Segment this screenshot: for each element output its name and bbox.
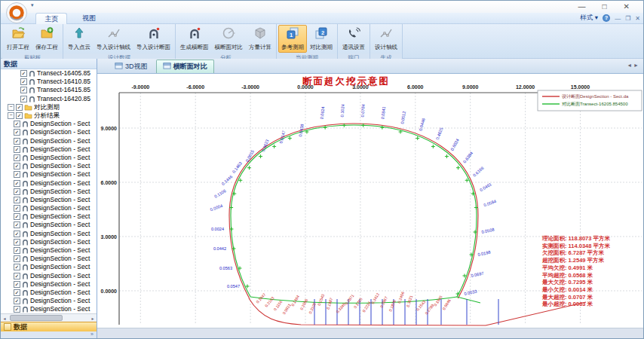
data-panel-bottom-tab[interactable]: 数据 [1, 322, 97, 331]
tree-checkbox[interactable]: ✓ [14, 247, 20, 254]
tree-item-section[interactable]: ✓DesignSection - Sect [1, 128, 97, 136]
ribbon-button-volume-calc[interactable]: 方量计算 [246, 25, 274, 53]
tree-checkbox[interactable]: ✓ [14, 306, 20, 313]
tree-checkbox[interactable]: ✓ [14, 289, 20, 296]
tree-item-section[interactable]: ✓DesignSection - Sect [1, 289, 97, 297]
tree-item-folder[interactable]: −✓分析结果 [1, 111, 97, 120]
tree-checkbox[interactable]: ✓ [14, 264, 20, 270]
tree-item-section[interactable]: ✓DesignSection - Sect [1, 196, 97, 204]
ribbon-button-import-point-cloud[interactable]: 导入点云 [65, 25, 94, 53]
expand-collapse-icon[interactable]: − [8, 104, 14, 111]
tree-checkbox[interactable]: ✓ [16, 112, 23, 119]
tree-item-section[interactable]: ✓DesignSection - Sect [1, 170, 97, 179]
tree-item-section[interactable]: ✓DesignSection - Sect [1, 272, 97, 280]
tree-item-section[interactable]: ✓DesignSection - Sect [1, 179, 97, 187]
tree-item-section[interactable]: ✓DesignSection - Sect [1, 230, 97, 238]
next-tab-arrow-icon[interactable]: ► [633, 63, 640, 68]
tree-checkbox[interactable]: ✓ [14, 163, 20, 170]
tree-checkbox[interactable]: ✓ [14, 255, 20, 262]
ribbon-button-cross-section-compare[interactable]: 横断面对比 [212, 25, 247, 53]
tree-checkbox[interactable]: ✓ [14, 205, 20, 212]
section-arch-icon [22, 171, 29, 178]
tree-item-section[interactable]: ✓DesignSection - Sect [1, 188, 97, 196]
tree-item-section[interactable]: ✓DesignSection - Sect [1, 137, 97, 145]
ribbon-button-generate-cross-section[interactable]: 生成横断面 [177, 25, 212, 53]
tree-checkbox[interactable]: ✓ [14, 239, 20, 246]
tree-checkbox[interactable]: ✓ [14, 273, 20, 279]
tree-item-transect[interactable]: ✓Transect-16415.85 [1, 86, 97, 94]
tree-item-section[interactable]: ✓DesignSection - Sect [1, 255, 97, 263]
tree-checkbox[interactable]: ✓ [14, 146, 20, 153]
tree-checkbox[interactable]: ✓ [14, 221, 20, 228]
prev-tab-arrow-icon[interactable]: ◄ [627, 63, 633, 68]
tree-item-section[interactable]: ✓DesignSection - Sect [1, 305, 97, 313]
tree-checkbox[interactable]: ✓ [14, 138, 20, 145]
panel-overflow-chevron[interactable]: » [1, 331, 97, 338]
tree-item-section[interactable]: ✓DesignSection - Sect [1, 280, 97, 289]
tree-checkbox[interactable]: ✓ [20, 87, 27, 93]
tree-checkbox[interactable]: ✓ [14, 188, 20, 195]
tree-checkbox[interactable]: ✓ [14, 213, 20, 220]
minimize-button[interactable]: — [578, 1, 586, 13]
tree-checkbox[interactable]: ✓ [14, 171, 20, 178]
tree-checkbox[interactable]: ✓ [14, 129, 20, 136]
tree-checkbox[interactable]: ✓ [20, 70, 27, 77]
style-dropdown[interactable]: 样式 ▾ [580, 14, 598, 23]
quick-access-caret[interactable]: ▾ [31, 2, 34, 8]
cross-section-chart-area[interactable]: 断面超欠挖示意图 -9.0000-6.0000-3.00000.00003.00… [97, 74, 643, 329]
ribbon-tab-view[interactable]: 视图 [74, 13, 104, 23]
ribbon-button-open-project[interactable]: 打开工程 [4, 25, 32, 53]
tree-item-transect[interactable]: ✓Transect-16420.85 [1, 95, 97, 103]
tree-item-section[interactable]: ✓DesignSection - Sect [1, 238, 97, 246]
view-tab-1[interactable]: 横断面对比 [156, 60, 214, 73]
ribbon-button-import-design-axis[interactable]: 导入设计轴线 [94, 25, 133, 53]
help-icon[interactable]: ? [603, 14, 610, 22]
tree-item-folder[interactable]: −✓对比测期 [1, 103, 97, 111]
ribbon-minimize-button[interactable]: — [615, 15, 621, 22]
tree-item-section[interactable]: ✓DesignSection - Sect [1, 145, 97, 154]
tree-checkbox[interactable]: ✓ [16, 104, 23, 111]
tree-checkbox[interactable]: ✓ [20, 78, 27, 85]
tree-item-section[interactable]: ✓DesignSection - Sect [1, 246, 97, 255]
tree-item-transect[interactable]: ✓Transect-16405.85 [1, 69, 97, 78]
tree-item-section[interactable]: ✓DesignSection - Sect [1, 162, 97, 170]
scroll-left-arrow-icon[interactable]: ◂ [1, 316, 8, 321]
tree-checkbox[interactable]: ✓ [14, 298, 20, 304]
ribbon-button-design-axis[interactable]: 设计轴线 [372, 25, 400, 53]
tree-item-section[interactable]: ✓DesignSection - Sect [1, 221, 97, 229]
ribbon-restore-button[interactable]: ❐ [625, 15, 630, 22]
tree-checkbox[interactable]: ✓ [20, 96, 27, 102]
tree-item-section[interactable]: ✓DesignSection - Sect [1, 212, 97, 221]
tab-nav-arrows[interactable]: ◄► [627, 63, 640, 68]
ribbon-close-button[interactable]: ✕ [635, 15, 640, 22]
scroll-right-arrow-icon[interactable]: ▸ [89, 316, 97, 321]
tree-item-label: DesignSection - Sect [30, 289, 90, 297]
ribbon-tab-home[interactable]: 主页 [35, 13, 67, 24]
tree-item-section[interactable]: ✓DesignSection - Sect [1, 297, 97, 305]
scrollbar-thumb[interactable] [10, 315, 63, 321]
tree-checkbox[interactable]: ✓ [14, 154, 20, 161]
tree-checkbox[interactable]: ✓ [14, 231, 20, 237]
tree-checkbox[interactable]: ✓ [14, 180, 20, 187]
close-button[interactable]: ✕ [624, 1, 630, 13]
tree-item-transect[interactable]: ✓Transect-16410.85 [1, 78, 97, 86]
measure-point-marker [324, 126, 327, 130]
ribbon-button-save-project[interactable]: 保存工程 [32, 25, 61, 53]
maximize-button[interactable]: □ [603, 1, 607, 13]
ribbon-button-compare-period[interactable]: 2对比测期 [307, 25, 336, 53]
tree-item-label: DesignSection - Sect [30, 246, 90, 255]
ribbon-button-import-design-section[interactable]: 导入设计断面 [133, 25, 173, 53]
tree-horizontal-scrollbar[interactable]: ◂ ▸ [1, 313, 97, 322]
ribbon-button-reference-period[interactable]: 1参考测期 [278, 25, 307, 53]
tree-item-section[interactable]: ✓DesignSection - Sect [1, 154, 97, 162]
tree-checkbox[interactable]: ✓ [14, 197, 20, 203]
tree-item-section[interactable]: ✓DesignSection - Sect [1, 204, 97, 212]
tree-checkbox[interactable]: ✓ [14, 281, 20, 288]
view-tab-0[interactable]: 3D视图 [108, 60, 155, 73]
app-logo-button[interactable] [5, 2, 28, 24]
tree-item-section[interactable]: ✓DesignSection - Sect [1, 120, 97, 128]
tree-checkbox[interactable]: ✓ [14, 121, 20, 127]
ribbon-button-comm-settings[interactable]: 通讯设置 [339, 25, 368, 53]
tree-item-section[interactable]: ✓DesignSection - Sect [1, 263, 97, 271]
expand-collapse-icon[interactable]: − [8, 112, 14, 119]
